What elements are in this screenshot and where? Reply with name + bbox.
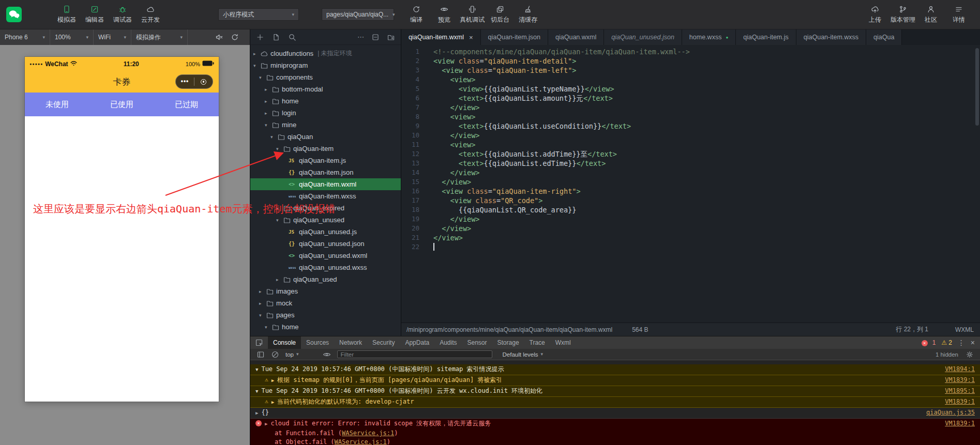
console-source-link[interactable]: VM1839:1 (945, 376, 975, 384)
code-line[interactable]: <view>{{qiaQuanList.typeName}}</view> (433, 84, 980, 94)
tree-item-login[interactable]: ▸login (250, 107, 401, 119)
error-count-badge[interactable]: × 1 (922, 339, 936, 346)
code-line[interactable]: <text>{{qiaQuanList.edTime}}</text> (433, 159, 980, 168)
console-row[interactable]: ⚠▶根据 sitemap 的规则[0]，当前页面 [pages/qiaQuan/… (250, 375, 980, 386)
tree-item-mock[interactable]: ▸mock (250, 297, 401, 309)
stack-link[interactable]: WAService.js:1 (342, 429, 394, 437)
tree-item-qiaQuan[interactable]: ▾qiaQuan (250, 131, 401, 143)
expand-caret-icon[interactable]: ▶ (265, 420, 267, 428)
close-icon[interactable]: × (469, 34, 473, 41)
more-icon[interactable]: ⋯ (357, 33, 364, 41)
capsule-menu-icon[interactable]: ••• (176, 78, 194, 86)
code-line[interactable]: </view> (433, 177, 980, 187)
console-row[interactable]: ▶{}qiaQuan.js:35 (250, 408, 980, 419)
log-levels-select[interactable]: Default levels ▾ (503, 351, 544, 358)
kebab-menu-icon[interactable]: ⋮ (958, 339, 965, 347)
editor-tab-qiaQuan-item.json[interactable]: qiaQuan-item.json (481, 29, 548, 45)
wechat-capsule[interactable]: ••• (175, 74, 213, 89)
coupon-tab-2[interactable]: 已过期 (154, 93, 219, 116)
console-tab-sensor[interactable]: Sensor (462, 336, 492, 349)
version-button[interactable]: 版本管理 (889, 0, 917, 29)
code-line[interactable]: <text>{{qiaQuanList.amount}}元</text> (433, 94, 980, 103)
expand-caret-icon[interactable]: ▼ (255, 366, 258, 374)
capsule-home-icon[interactable] (194, 79, 213, 85)
code-line[interactable]: </view> (433, 168, 980, 177)
expand-caret-icon[interactable]: ▶ (272, 398, 274, 406)
console-tab-audits[interactable]: Audits (434, 336, 462, 349)
code-line[interactable]: </view> (433, 233, 980, 242)
console-tab-console[interactable]: Console (268, 336, 301, 349)
simulator-button[interactable]: 模拟器 (53, 0, 81, 29)
live-expression-icon[interactable] (323, 350, 331, 359)
close-devtools-icon[interactable]: × (971, 339, 975, 347)
editor-tab-qiaQuan-item.wxml[interactable]: qiaQuan-item.wxml× (401, 29, 481, 45)
console-tab-security[interactable]: Security (367, 336, 400, 349)
community-button[interactable]: 社区 (917, 0, 945, 29)
console-source-link[interactable]: VM1839:1 (945, 420, 975, 427)
preview-button[interactable]: 预览 (430, 0, 458, 29)
tree-item-qiaQuan_used[interactable]: ▸qiaQuan_used (250, 273, 401, 285)
code-line[interactable]: </view> (433, 103, 980, 112)
editor-scrollbar[interactable] (975, 48, 979, 126)
code-editor[interactable]: 12345678910111213141516171819202122 <!--… (401, 45, 980, 323)
console-row[interactable]: ⚠▶当前代码初始化的默认环境为: develop-cjatrVM1839:1 (250, 397, 980, 408)
tree-item-home[interactable]: ▸home (250, 95, 401, 107)
code-line[interactable]: <view> (433, 75, 980, 84)
operations-select[interactable]: 模拟操作▾ (131, 29, 188, 45)
code-line[interactable]: <view class="qiaQuan-item-detail"> (433, 56, 980, 66)
new-folder-icon[interactable] (387, 33, 395, 41)
console-source-link[interactable]: VM1894:1 (945, 365, 975, 373)
tree-item-components[interactable]: ▾components (250, 71, 401, 83)
console-sidebar-icon[interactable] (257, 350, 265, 359)
coupon-tab-0[interactable]: 未使用 (25, 93, 89, 116)
console-settings-icon[interactable] (966, 350, 974, 359)
context-select[interactable]: top ▾ (285, 351, 299, 358)
code-line[interactable]: {{qiaQuanList.QR_code_area}} (433, 205, 980, 214)
expand-caret-icon[interactable]: ▼ (255, 388, 258, 395)
network-select[interactable]: WiFi▾ (94, 29, 131, 45)
editor-tab-qiaQuan_unused.json[interactable]: qiaQuan_unused.json (604, 29, 682, 45)
search-icon[interactable] (288, 33, 296, 41)
tree-item-qiaQuan_unused.js[interactable]: JSqiaQuan_unused.js (250, 226, 401, 238)
clouddev-button[interactable]: 云开发 (137, 0, 164, 29)
code-line[interactable]: </view> (433, 131, 980, 140)
tree-item-qiaQuan_expired[interactable]: ▸qiaQuan_expired (250, 202, 401, 214)
tree-item-qiaQuan_unused.json[interactable]: {}qiaQuan_unused.json (250, 238, 401, 250)
code-line[interactable]: <view class="QR_code"> (433, 196, 980, 205)
expand-caret-icon[interactable]: ▶ (272, 377, 274, 385)
editor-button[interactable]: 编辑器 (81, 0, 109, 29)
device-select[interactable]: Phone 6▾ (0, 29, 50, 45)
tree-item-qiaQuan-item.js[interactable]: JSqiaQuan-item.js (250, 155, 401, 166)
collapse-all-icon[interactable] (371, 33, 380, 41)
editor-tab-qiaQuan.wxml[interactable]: qiaQuan.wxml (548, 29, 604, 45)
console-error-row[interactable]: ×▶cloud init error: Error: invalid scope… (250, 419, 980, 445)
code-line[interactable]: <text>{{qiaQuanList.useCondition}}</text… (433, 121, 980, 131)
console-tab-trace[interactable]: Trace (524, 336, 550, 349)
tree-item-miniprogram[interactable]: ▾miniprogram (250, 59, 401, 71)
warning-count-badge[interactable]: ⚠ 2 (941, 339, 952, 346)
console-tab-sources[interactable]: Sources (301, 336, 334, 349)
code-line[interactable]: <!--components/mine/qiaQuan/qiaQuan-item… (433, 47, 980, 56)
zoom-select[interactable]: 100%▾ (50, 29, 94, 45)
console-source-link[interactable]: VM1895:1 (945, 387, 975, 395)
tree-item-bottom-modal[interactable]: ▸bottom-modal (250, 83, 401, 95)
code-line[interactable]: <view> (433, 140, 980, 149)
mute-button[interactable] (212, 29, 227, 45)
coupon-tab-1[interactable]: 已使用 (89, 93, 154, 116)
editor-tab-qiaQuan-item.wxss[interactable]: qiaQuan-item.wxss (796, 29, 866, 45)
remote-debug-button[interactable]: 真机调试 (458, 0, 486, 29)
rotate-button[interactable] (227, 29, 243, 45)
tree-item-qiaQuan_unused.wxss[interactable]: wxssqiaQuan_unused.wxss (250, 262, 401, 273)
code-line[interactable]: <view class="qiaQuan-item-left"> (433, 66, 980, 75)
console-row[interactable]: ▼Tue Sep 24 2019 10:57:46 GMT+0800 (中国标准… (250, 364, 980, 375)
code-line[interactable]: <view> (433, 112, 980, 121)
console-source-link[interactable]: qiaQuan.js:35 (926, 409, 975, 417)
code-line[interactable]: <view class="qiaQuan-item-right"> (433, 187, 980, 196)
tree-item-pages[interactable]: ▾pages (250, 309, 401, 321)
clear-console-icon[interactable] (271, 350, 279, 359)
compile-button[interactable]: 编译 (402, 0, 430, 29)
tree-item-images[interactable]: ▸images (250, 285, 401, 297)
expand-caret-icon[interactable]: ▶ (255, 409, 258, 417)
mode-select[interactable]: 小程序模式 ▾ (218, 8, 299, 21)
new-page-icon[interactable] (272, 33, 280, 41)
